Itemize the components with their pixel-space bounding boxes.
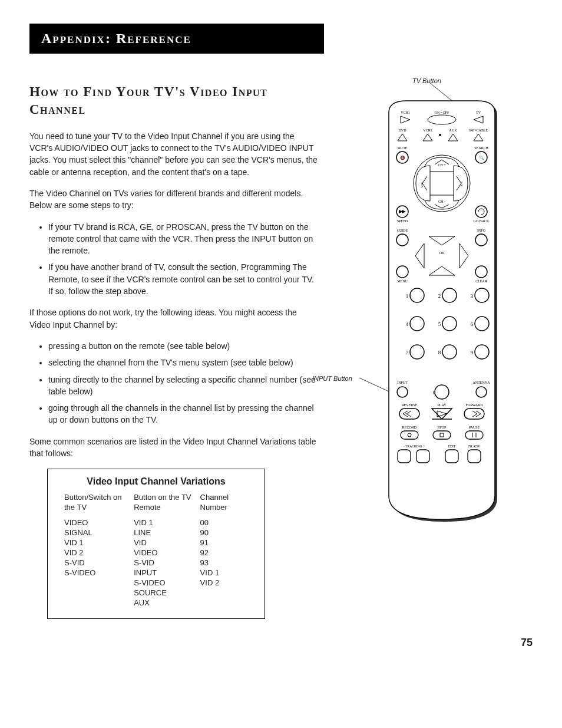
numpad-label-8: 8 <box>438 350 441 355</box>
list-item: If you have another brand of TV, consult… <box>48 261 318 297</box>
table-row: VID 1VID91 <box>64 538 248 548</box>
page-number: 75 <box>29 637 533 649</box>
label-menu: MENU <box>397 279 408 283</box>
label-input: INPUT <box>397 381 408 384</box>
table-cell: VIDEO <box>64 518 134 528</box>
svg-text:🔍: 🔍 <box>479 155 484 160</box>
svg-rect-28 <box>398 450 411 463</box>
label-mute: MUTE <box>398 146 408 150</box>
table-cell: INPUT <box>134 568 200 578</box>
label-speed: SPEED <box>397 219 408 223</box>
table-cell: LINE <box>134 528 200 538</box>
table-cell <box>200 588 248 598</box>
label-info: INFO <box>477 229 486 232</box>
svg-point-15 <box>397 387 408 397</box>
table-cell: VID 1 <box>64 538 134 548</box>
numpad-label-2: 2 <box>438 293 441 299</box>
label-sat-cable: SAT•CABLE <box>469 129 488 132</box>
table-cell: 90 <box>200 528 248 538</box>
paragraph-1: You need to tune your TV to the Video In… <box>29 130 318 178</box>
section-title: How to Find Your TV's Video Input Channe… <box>29 83 318 118</box>
table-cell: 93 <box>200 558 248 568</box>
label-forward: FORWARD <box>465 403 483 407</box>
numpad-button-3 <box>475 288 489 302</box>
table-row: VID 2VIDEO92 <box>64 548 248 558</box>
svg-point-10 <box>475 206 487 218</box>
svg-point-11 <box>396 234 408 246</box>
svg-rect-29 <box>416 450 429 463</box>
label-antenna: ANTENNA <box>473 381 491 384</box>
table-header: Channel Number <box>200 492 248 518</box>
svg-point-14 <box>475 266 487 278</box>
svg-text:🔇: 🔇 <box>400 155 405 160</box>
table-cell: SOURCE <box>134 588 200 598</box>
table-cell: 91 <box>200 538 248 548</box>
numpad-button-8 <box>442 345 457 359</box>
svg-point-3 <box>439 134 441 136</box>
table-cell: S-VIDEO <box>64 568 134 578</box>
numpad-button-9 <box>475 345 489 359</box>
label-stop: STOP <box>438 426 447 429</box>
list-item: If your TV brand is RCA, GE, or PROSCAN,… <box>48 221 318 257</box>
svg-point-2 <box>428 115 456 124</box>
table-row: S-VIDEOINPUTVID 1 <box>64 568 248 578</box>
label-search: SEARCH <box>474 146 488 150</box>
label-guide: GUIDE <box>397 229 408 232</box>
label-fradv: FR.ADV <box>468 444 480 448</box>
label-ch-minus: CH - <box>438 200 445 203</box>
numpad-button-2 <box>442 288 457 302</box>
numpad-label-6: 6 <box>471 321 474 327</box>
label-go-back: GO BACK <box>474 219 490 223</box>
table-row: VIDEOVID 100 <box>64 518 248 528</box>
numpad-label-1: 1 <box>406 293 409 299</box>
list-item: pressing a button on the remote (see tab… <box>48 340 318 352</box>
svg-point-18 <box>476 387 487 397</box>
table-cell: AUX <box>134 598 200 608</box>
callout-input-button: INPUT Button <box>312 375 352 382</box>
table-cell: VID 1 <box>200 568 248 578</box>
label-record: RECORD <box>402 426 417 429</box>
table-row: SOURCE <box>64 588 248 598</box>
list-item: selecting the channel from the TV's menu… <box>48 357 318 368</box>
label-tv: TV <box>476 111 481 114</box>
table-cell <box>64 578 134 588</box>
table-cell <box>200 598 248 608</box>
numpad-button-1 <box>410 288 424 302</box>
table-cell: S-VID <box>64 558 134 568</box>
bullet-list-1: If your TV brand is RCA, GE, or PROSCAN,… <box>29 221 318 298</box>
label-ok: OK <box>439 251 445 255</box>
numpad-button-5 <box>442 317 457 331</box>
table-header-row: Button/Switch on the TV Button on the TV… <box>64 492 248 518</box>
paragraph-3: If those options do not work, try the fo… <box>29 307 318 331</box>
page-header-title: Appendix: Reference <box>41 31 312 47</box>
numpad-label-3: 3 <box>471 293 474 299</box>
paragraph-2: The Video Channel on TVs varies for diff… <box>29 187 318 212</box>
table-cell: VID 2 <box>64 548 134 558</box>
numpad-button-4 <box>410 317 424 331</box>
variations-table: Button/Switch on the TV Button on the TV… <box>64 492 248 608</box>
list-item: tuning directly to the channel by select… <box>48 374 318 398</box>
numpad-button-6 <box>475 317 489 331</box>
table-row: AUX <box>64 598 248 608</box>
numpad-label-9: 9 <box>471 350 474 355</box>
table-cell: SIGNAL <box>64 528 134 538</box>
table-cell: 92 <box>200 548 248 558</box>
right-column: TV Button INPUT Button VCR1 ON • OFF TV … <box>342 83 507 619</box>
callout-tv-button: TV Button <box>412 77 441 84</box>
table-title: Video Input Channel Variations <box>64 476 248 487</box>
table-cell: S-VID <box>134 558 200 568</box>
table-header: Button on the TV Remote <box>134 492 200 518</box>
paragraph-4: Some common scenarios are listed in the … <box>29 436 318 460</box>
bullet-list-2: pressing a button on the remote (see tab… <box>29 340 318 426</box>
variations-table-container: Video Input Channel Variations Button/Sw… <box>47 469 265 619</box>
table-cell: 00 <box>200 518 248 528</box>
svg-point-13 <box>396 266 408 278</box>
label-dvd: DVD <box>399 129 407 132</box>
label-pause: PAUSE <box>469 426 480 429</box>
list-item: going through all the channels in the ch… <box>48 402 318 426</box>
svg-rect-31 <box>468 450 481 463</box>
table-cell: VID 1 <box>134 518 200 528</box>
page-header-bar: Appendix: Reference <box>29 24 324 54</box>
label-edit: EDIT <box>448 444 456 448</box>
table-cell: VIDEO <box>134 548 200 558</box>
